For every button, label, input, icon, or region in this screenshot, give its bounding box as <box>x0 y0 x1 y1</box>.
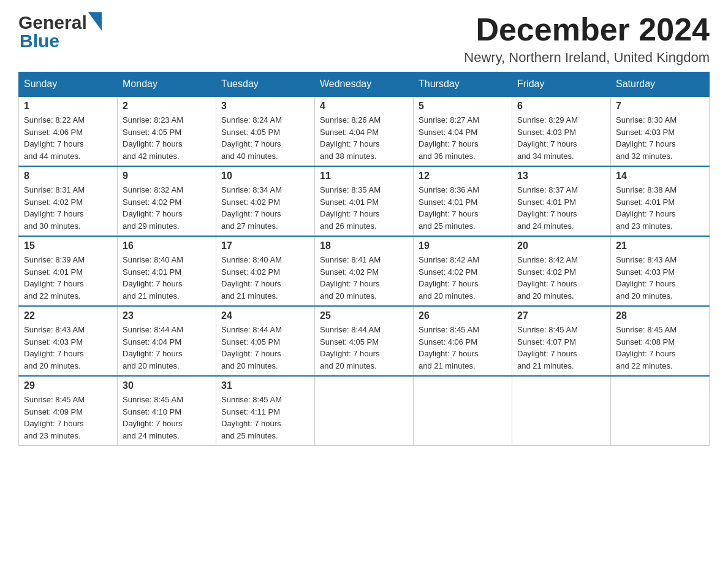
calendar-cell <box>611 376 710 446</box>
header-thursday: Thursday <box>414 72 512 97</box>
day-info: Sunrise: 8:45 AM Sunset: 4:10 PM Dayligh… <box>123 394 211 442</box>
calendar-cell: 29 Sunrise: 8:45 AM Sunset: 4:09 PM Dayl… <box>19 376 118 446</box>
day-info: Sunrise: 8:24 AM Sunset: 4:05 PM Dayligh… <box>221 114 309 162</box>
calendar-cell: 28 Sunrise: 8:45 AM Sunset: 4:08 PM Dayl… <box>611 306 710 376</box>
day-info: Sunrise: 8:35 AM Sunset: 4:01 PM Dayligh… <box>320 184 408 232</box>
day-number: 27 <box>517 310 605 321</box>
day-number: 16 <box>123 240 211 251</box>
day-info: Sunrise: 8:30 AM Sunset: 4:03 PM Dayligh… <box>616 114 704 162</box>
calendar-cell: 25 Sunrise: 8:44 AM Sunset: 4:05 PM Dayl… <box>315 306 414 376</box>
day-number: 25 <box>320 310 408 321</box>
day-number: 15 <box>24 240 112 251</box>
day-number: 10 <box>221 170 309 182</box>
month-title: December 2024 <box>464 12 710 47</box>
calendar-cell: 13 Sunrise: 8:37 AM Sunset: 4:01 PM Dayl… <box>512 166 611 236</box>
day-number: 9 <box>123 170 211 182</box>
title-block: December 2024 Newry, Northern Ireland, U… <box>464 12 710 66</box>
calendar-table: Sunday Monday Tuesday Wednesday Thursday… <box>18 72 710 446</box>
calendar-cell <box>512 376 611 446</box>
calendar-cell: 30 Sunrise: 8:45 AM Sunset: 4:10 PM Dayl… <box>118 376 216 446</box>
day-info: Sunrise: 8:41 AM Sunset: 4:02 PM Dayligh… <box>320 254 408 302</box>
logo: General Blue <box>18 12 102 52</box>
calendar-cell: 5 Sunrise: 8:27 AM Sunset: 4:04 PM Dayli… <box>414 96 512 166</box>
day-number: 14 <box>616 170 704 182</box>
calendar-cell: 31 Sunrise: 8:45 AM Sunset: 4:11 PM Dayl… <box>216 376 315 446</box>
day-number: 20 <box>517 240 605 251</box>
logo-general-text: General <box>18 12 87 33</box>
week-row-1: 1 Sunrise: 8:22 AM Sunset: 4:06 PM Dayli… <box>19 96 710 166</box>
day-info: Sunrise: 8:26 AM Sunset: 4:04 PM Dayligh… <box>320 114 408 162</box>
calendar-cell: 22 Sunrise: 8:43 AM Sunset: 4:03 PM Dayl… <box>19 306 118 376</box>
day-number: 8 <box>24 170 112 182</box>
header-monday: Monday <box>118 72 216 97</box>
header-sunday: Sunday <box>19 72 118 97</box>
calendar-cell: 23 Sunrise: 8:44 AM Sunset: 4:04 PM Dayl… <box>118 306 216 376</box>
day-number: 31 <box>221 380 309 391</box>
day-info: Sunrise: 8:31 AM Sunset: 4:02 PM Dayligh… <box>24 184 112 232</box>
calendar-cell: 9 Sunrise: 8:32 AM Sunset: 4:02 PM Dayli… <box>118 166 216 236</box>
day-info: Sunrise: 8:39 AM Sunset: 4:01 PM Dayligh… <box>24 254 112 302</box>
day-info: Sunrise: 8:42 AM Sunset: 4:02 PM Dayligh… <box>419 254 507 302</box>
calendar-cell: 16 Sunrise: 8:40 AM Sunset: 4:01 PM Dayl… <box>118 236 216 306</box>
location-subtitle: Newry, Northern Ireland, United Kingdom <box>464 50 710 66</box>
calendar-cell: 1 Sunrise: 8:22 AM Sunset: 4:06 PM Dayli… <box>19 96 118 166</box>
logo-blue-text: Blue <box>20 31 59 52</box>
day-number: 6 <box>517 101 605 112</box>
day-number: 24 <box>221 310 309 321</box>
day-info: Sunrise: 8:40 AM Sunset: 4:01 PM Dayligh… <box>123 254 211 302</box>
header-wednesday: Wednesday <box>315 72 414 97</box>
day-info: Sunrise: 8:29 AM Sunset: 4:03 PM Dayligh… <box>517 114 605 162</box>
day-info: Sunrise: 8:37 AM Sunset: 4:01 PM Dayligh… <box>517 184 605 232</box>
calendar-cell: 7 Sunrise: 8:30 AM Sunset: 4:03 PM Dayli… <box>611 96 710 166</box>
calendar-cell: 8 Sunrise: 8:31 AM Sunset: 4:02 PM Dayli… <box>19 166 118 236</box>
day-number: 12 <box>419 170 507 182</box>
day-number: 17 <box>221 240 309 251</box>
day-number: 22 <box>24 310 112 321</box>
day-info: Sunrise: 8:45 AM Sunset: 4:11 PM Dayligh… <box>221 394 309 442</box>
day-info: Sunrise: 8:22 AM Sunset: 4:06 PM Dayligh… <box>24 114 112 162</box>
day-number: 21 <box>616 240 704 251</box>
calendar-cell: 3 Sunrise: 8:24 AM Sunset: 4:05 PM Dayli… <box>216 96 315 166</box>
week-row-2: 8 Sunrise: 8:31 AM Sunset: 4:02 PM Dayli… <box>19 166 710 236</box>
day-number: 28 <box>616 310 704 321</box>
calendar-cell: 17 Sunrise: 8:40 AM Sunset: 4:02 PM Dayl… <box>216 236 315 306</box>
day-info: Sunrise: 8:44 AM Sunset: 4:04 PM Dayligh… <box>123 324 211 372</box>
day-info: Sunrise: 8:42 AM Sunset: 4:02 PM Dayligh… <box>517 254 605 302</box>
day-number: 5 <box>419 101 507 112</box>
day-number: 18 <box>320 240 408 251</box>
week-row-4: 22 Sunrise: 8:43 AM Sunset: 4:03 PM Dayl… <box>19 306 710 376</box>
day-number: 26 <box>419 310 507 321</box>
calendar-cell <box>315 376 414 446</box>
day-number: 11 <box>320 170 408 182</box>
day-number: 1 <box>24 101 112 112</box>
day-info: Sunrise: 8:40 AM Sunset: 4:02 PM Dayligh… <box>221 254 309 302</box>
week-row-5: 29 Sunrise: 8:45 AM Sunset: 4:09 PM Dayl… <box>19 376 710 446</box>
day-info: Sunrise: 8:45 AM Sunset: 4:09 PM Dayligh… <box>24 394 112 442</box>
calendar-cell: 18 Sunrise: 8:41 AM Sunset: 4:02 PM Dayl… <box>315 236 414 306</box>
calendar-cell: 14 Sunrise: 8:38 AM Sunset: 4:01 PM Dayl… <box>611 166 710 236</box>
calendar-cell: 15 Sunrise: 8:39 AM Sunset: 4:01 PM Dayl… <box>19 236 118 306</box>
day-info: Sunrise: 8:45 AM Sunset: 4:07 PM Dayligh… <box>517 324 605 372</box>
day-number: 13 <box>517 170 605 182</box>
svg-marker-0 <box>88 12 102 31</box>
calendar-cell: 27 Sunrise: 8:45 AM Sunset: 4:07 PM Dayl… <box>512 306 611 376</box>
calendar-cell: 2 Sunrise: 8:23 AM Sunset: 4:05 PM Dayli… <box>118 96 216 166</box>
header-tuesday: Tuesday <box>216 72 315 97</box>
day-number: 29 <box>24 380 112 391</box>
day-info: Sunrise: 8:32 AM Sunset: 4:02 PM Dayligh… <box>123 184 211 232</box>
header-friday: Friday <box>512 72 611 97</box>
calendar-cell: 6 Sunrise: 8:29 AM Sunset: 4:03 PM Dayli… <box>512 96 611 166</box>
day-info: Sunrise: 8:38 AM Sunset: 4:01 PM Dayligh… <box>616 184 704 232</box>
calendar-cell: 4 Sunrise: 8:26 AM Sunset: 4:04 PM Dayli… <box>315 96 414 166</box>
page-header: General Blue December 2024 Newry, Northe… <box>18 12 710 66</box>
day-number: 7 <box>616 101 704 112</box>
calendar-cell: 24 Sunrise: 8:44 AM Sunset: 4:05 PM Dayl… <box>216 306 315 376</box>
calendar-cell: 19 Sunrise: 8:42 AM Sunset: 4:02 PM Dayl… <box>414 236 512 306</box>
logo-arrow-icon <box>88 12 102 31</box>
day-info: Sunrise: 8:45 AM Sunset: 4:06 PM Dayligh… <box>419 324 507 372</box>
calendar-cell <box>414 376 512 446</box>
day-number: 3 <box>221 101 309 112</box>
calendar-cell: 20 Sunrise: 8:42 AM Sunset: 4:02 PM Dayl… <box>512 236 611 306</box>
day-number: 30 <box>123 380 211 391</box>
day-info: Sunrise: 8:36 AM Sunset: 4:01 PM Dayligh… <box>419 184 507 232</box>
